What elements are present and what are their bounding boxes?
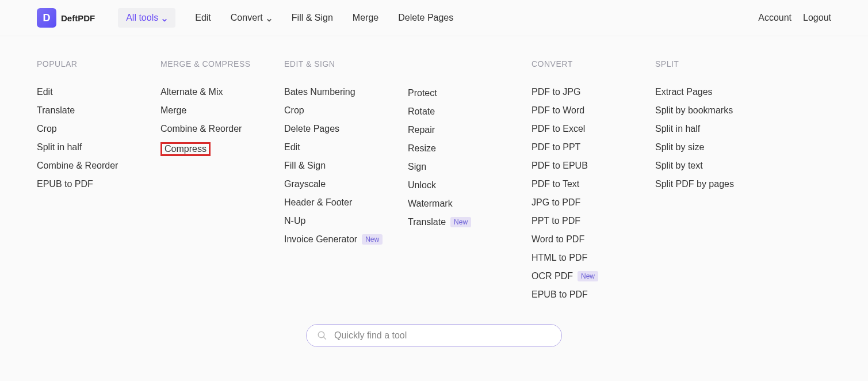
col-edit-sign-1: EDIT & SIGN Bates Numbering Crop Delete …	[284, 59, 408, 300]
link-pdf-to-word[interactable]: PDF to Word	[531, 105, 584, 116]
chevron-down-icon	[162, 15, 167, 21]
link-invoice-generator[interactable]: Invoice Generator New	[284, 234, 383, 245]
link-ppt-to-pdf[interactable]: PPT to PDF	[531, 216, 580, 226]
list-edit-sign-1: Bates Numbering Crop Delete Pages Edit F…	[284, 87, 408, 245]
link-compress[interactable]: Compress	[160, 142, 211, 156]
logo[interactable]: D DeftPDF	[37, 8, 95, 28]
link-translate[interactable]: Translate	[37, 105, 75, 116]
link-html-to-pdf[interactable]: HTML to PDF	[531, 253, 587, 263]
nav-all-tools[interactable]: All tools	[118, 8, 175, 28]
link-sign[interactable]: Sign	[408, 162, 426, 172]
link-crop-2[interactable]: Crop	[284, 105, 304, 116]
nav-delete-pages[interactable]: Delete Pages	[398, 8, 453, 28]
link-resize[interactable]: Resize	[408, 143, 436, 154]
link-pdf-to-text[interactable]: PDF to Text	[531, 179, 579, 189]
col-convert: CONVERT PDF to JPG PDF to Word PDF to Ex…	[531, 59, 655, 300]
nav-merge[interactable]: Merge	[353, 8, 378, 28]
mega-menu: POPULAR Edit Translate Crop Split in hal…	[0, 36, 868, 317]
link-crop[interactable]: Crop	[37, 124, 57, 134]
badge-new: New	[450, 217, 471, 227]
heading-spacer	[408, 59, 531, 70]
link-repair[interactable]: Repair	[408, 125, 435, 135]
link-rotate[interactable]: Rotate	[408, 106, 435, 117]
col-edit-sign-2: Protect Rotate Repair Resize Sign Unlock…	[408, 59, 531, 300]
svg-line-1	[323, 337, 326, 340]
link-alternate-mix[interactable]: Alternate & Mix	[160, 87, 223, 97]
link-epub-to-pdf-2[interactable]: EPUB to PDF	[531, 289, 588, 300]
nav-logout[interactable]: Logout	[803, 8, 831, 28]
link-combine-reorder[interactable]: Combine & Reorder	[37, 161, 118, 171]
link-merge[interactable]: Merge	[160, 105, 186, 116]
link-delete-pages[interactable]: Delete Pages	[284, 124, 339, 134]
heading-convert: CONVERT	[531, 59, 655, 68]
list-popular: Edit Translate Crop Split in half Combin…	[37, 87, 160, 189]
link-translate-2[interactable]: Translate New	[408, 217, 471, 227]
link-epub-to-pdf[interactable]: EPUB to PDF	[37, 179, 93, 189]
list-split: Extract Pages Split by bookmarks Split i…	[655, 87, 779, 189]
main-nav: All tools Edit Convert Fill & Sign Merge…	[118, 8, 453, 28]
link-edit[interactable]: Edit	[37, 87, 53, 97]
link-jpg-to-pdf[interactable]: JPG to PDF	[531, 197, 580, 208]
link-translate-2-label: Translate	[408, 217, 446, 227]
link-protect[interactable]: Protect	[408, 88, 437, 98]
col-popular: POPULAR Edit Translate Crop Split in hal…	[37, 59, 160, 300]
link-word-to-pdf[interactable]: Word to PDF	[531, 234, 584, 245]
header-right: Account Logout	[758, 8, 831, 28]
link-split-by-text[interactable]: Split by text	[655, 161, 703, 171]
header: D DeftPDF All tools Edit Convert Fill & …	[0, 0, 868, 36]
heading-merge-compress: MERGE & COMPRESS	[160, 59, 284, 68]
search-icon	[317, 330, 327, 341]
nav-convert[interactable]: Convert	[231, 8, 272, 28]
heading-edit-sign: EDIT & SIGN	[284, 59, 408, 68]
link-split-in-half-2[interactable]: Split in half	[655, 124, 700, 134]
link-watermark[interactable]: Watermark	[408, 199, 453, 209]
badge-new: New	[362, 234, 383, 245]
link-pdf-to-jpg[interactable]: PDF to JPG	[531, 87, 580, 97]
link-grayscale[interactable]: Grayscale	[284, 179, 326, 189]
search-box[interactable]	[306, 324, 562, 347]
nav-account[interactable]: Account	[758, 8, 791, 28]
svg-point-0	[318, 332, 324, 338]
logo-text: DeftPDF	[61, 13, 95, 23]
link-split-by-size[interactable]: Split by size	[655, 142, 704, 153]
nav-convert-label: Convert	[231, 13, 263, 23]
col-merge-compress: MERGE & COMPRESS Alternate & Mix Merge C…	[160, 59, 284, 300]
link-edit-2[interactable]: Edit	[284, 142, 300, 153]
link-pdf-to-ppt[interactable]: PDF to PPT	[531, 142, 580, 153]
header-left: D DeftPDF All tools Edit Convert Fill & …	[37, 8, 453, 28]
link-split-bookmarks[interactable]: Split by bookmarks	[655, 105, 733, 116]
link-pdf-to-epub[interactable]: PDF to EPUB	[531, 161, 588, 171]
link-ocr-pdf-label: OCR PDF	[531, 271, 573, 281]
link-bates-numbering[interactable]: Bates Numbering	[284, 87, 355, 97]
heading-split: SPLIT	[655, 59, 779, 68]
link-split-by-pages[interactable]: Split PDF by pages	[655, 179, 734, 189]
list-edit-sign-2: Protect Rotate Repair Resize Sign Unlock…	[408, 88, 531, 227]
link-n-up[interactable]: N-Up	[284, 216, 305, 226]
list-merge-compress: Alternate & Mix Merge Combine & Reorder …	[160, 87, 284, 156]
link-extract-pages[interactable]: Extract Pages	[655, 87, 713, 97]
nav-fill-sign[interactable]: Fill & Sign	[292, 8, 333, 28]
link-ocr-pdf[interactable]: OCR PDF New	[531, 271, 598, 281]
search-wrap	[0, 317, 868, 364]
link-invoice-generator-label: Invoice Generator	[284, 234, 357, 245]
logo-icon: D	[37, 8, 56, 28]
link-fill-sign[interactable]: Fill & Sign	[284, 161, 326, 171]
search-input[interactable]	[334, 330, 551, 341]
nav-all-tools-label: All tools	[126, 13, 158, 23]
col-split: SPLIT Extract Pages Split by bookmarks S…	[655, 59, 779, 300]
link-unlock[interactable]: Unlock	[408, 180, 436, 190]
badge-new: New	[578, 271, 598, 281]
list-convert: PDF to JPG PDF to Word PDF to Excel PDF …	[531, 87, 655, 300]
chevron-down-icon	[266, 15, 272, 21]
link-pdf-to-excel[interactable]: PDF to Excel	[531, 124, 585, 134]
heading-popular: POPULAR	[37, 59, 160, 68]
link-header-footer[interactable]: Header & Footer	[284, 197, 352, 208]
link-split-in-half[interactable]: Split in half	[37, 142, 82, 153]
nav-edit[interactable]: Edit	[195, 8, 211, 28]
link-combine-reorder-2[interactable]: Combine & Reorder	[160, 124, 242, 134]
